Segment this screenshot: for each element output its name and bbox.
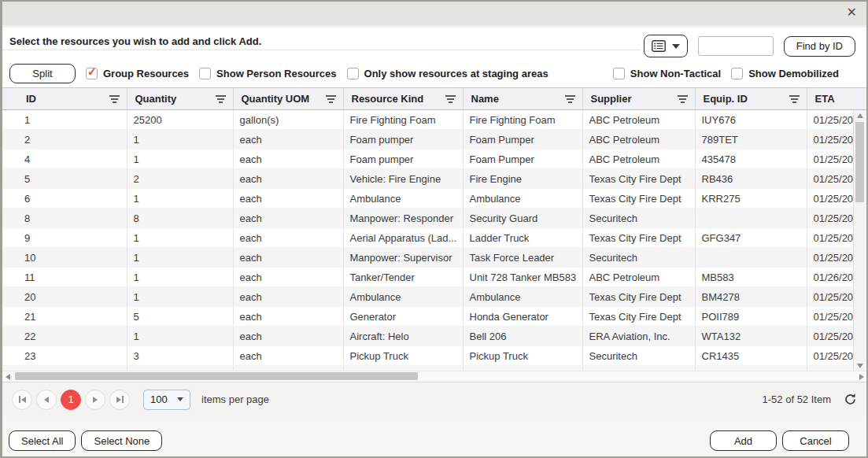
filter-icon[interactable] <box>866 94 867 105</box>
cell: Securitech <box>582 346 695 366</box>
find-by-id-button[interactable]: Find by ID <box>784 36 855 57</box>
checkbox-box[interactable]: ✓ <box>86 68 98 79</box>
cell: each <box>233 169 343 189</box>
cell: 3 <box>127 346 233 366</box>
horizontal-scroll-thumb[interactable] <box>15 372 418 380</box>
table-row[interactable]: 221eachAircraft: HeloBell 206ERA Aviatio… <box>2 327 866 346</box>
cell: 9 <box>2 228 127 248</box>
table-row[interactable]: 233eachPickup TruckPickup TruckSecuritec… <box>2 346 866 366</box>
top-controls: Find by ID <box>644 35 855 57</box>
vertical-scroll-thumb[interactable] <box>855 122 864 202</box>
scroll-left-icon[interactable] <box>6 374 10 380</box>
scroll-up-icon[interactable] <box>857 113 863 118</box>
last-page-button[interactable] <box>109 390 130 410</box>
first-page-button[interactable] <box>12 390 32 410</box>
close-icon[interactable]: ✕ <box>847 5 857 20</box>
column-header-quantity[interactable]: Quantity <box>127 88 233 110</box>
horizontal-scrollbar[interactable] <box>2 371 866 382</box>
checkbox-box[interactable] <box>731 68 743 79</box>
table-row[interactable]: 215eachGeneratorHonda GeneratorTexas Cit… <box>2 307 866 327</box>
cell: Foam Pumper <box>463 130 582 150</box>
filter-icon[interactable] <box>445 94 456 105</box>
cell: 22 <box>2 327 127 346</box>
checkbox-box[interactable] <box>613 68 625 79</box>
filter-icon[interactable] <box>216 94 226 105</box>
cell: Pickup Truck <box>463 346 582 366</box>
select-none-button[interactable]: Select None <box>81 430 162 451</box>
page-size-dropdown[interactable]: 100 <box>143 390 190 410</box>
checkbox-box[interactable] <box>347 68 359 79</box>
column-label: ETA <box>815 93 835 105</box>
cell: each <box>233 130 343 150</box>
check-icon: ✓ <box>87 65 97 78</box>
cell: each <box>233 287 343 307</box>
cell: each <box>233 150 343 169</box>
table-row[interactable]: 125200gallon(s)Fire Fighting FoamFire Fi… <box>2 110 866 130</box>
filter-icon[interactable] <box>789 94 800 105</box>
table-row[interactable]: 41eachFoam pumperFoam PumperABC Petroleu… <box>2 150 866 169</box>
filter-icon[interactable] <box>678 94 688 105</box>
add-button[interactable]: Add <box>710 430 777 451</box>
column-header-resource-kind[interactable]: Resource Kind <box>343 88 463 110</box>
cell: 1 <box>127 327 233 346</box>
checkbox-show-demobilized[interactable]: Show Demobilized <box>731 68 839 79</box>
table-clip: IDQuantityQuantity UOMResource KindNameS… <box>2 88 866 371</box>
cell: Ambulance <box>463 189 582 209</box>
cell: Fire Engine <box>463 169 582 189</box>
select-all-button[interactable]: Select All <box>9 430 76 451</box>
column-header-eta[interactable]: ETA <box>807 88 866 110</box>
items-per-page-label: items per page <box>201 393 269 405</box>
cell: 2 <box>2 130 127 150</box>
vertical-scrollbar[interactable] <box>853 110 866 371</box>
cancel-button[interactable]: Cancel <box>782 430 849 451</box>
refresh-icon[interactable] <box>844 393 857 406</box>
scroll-right-icon[interactable] <box>859 374 864 380</box>
table-row[interactable]: 52eachVehicle: Fire EngineFire EngineTex… <box>2 169 866 189</box>
column-header-supplier[interactable]: Supplier <box>582 88 695 110</box>
view-selector-dropdown[interactable] <box>644 35 688 57</box>
checkbox-only-show-resources-at-staging-areas[interactable]: Only show resources at staging areas <box>347 68 549 79</box>
cell: each <box>233 327 343 346</box>
split-button[interactable]: Split <box>9 64 76 83</box>
column-header-id[interactable]: ID <box>2 88 127 110</box>
filter-icon[interactable] <box>109 94 120 105</box>
table-row[interactable]: 88eachManpower: ResponderSecurity GuardS… <box>2 209 866 228</box>
footer-right-buttons: Add Cancel <box>710 430 849 451</box>
cell: Aircraft: Helo <box>343 327 463 346</box>
checkbox-show-non-tactical[interactable]: Show Non-Tactical <box>613 68 721 79</box>
table-row[interactable]: 111eachTanker/TenderUnit 728 Tanker MB58… <box>2 268 866 287</box>
table-row[interactable]: 61eachAmbulanceAmbulanceTexas City Fire … <box>2 189 866 209</box>
cell: Texas City Fire Dept <box>582 307 695 327</box>
next-page-button[interactable] <box>85 390 105 410</box>
cell: Honda Generator <box>463 307 582 327</box>
previous-page-button[interactable] <box>36 390 57 410</box>
column-header-equip-id[interactable]: Equip. ID <box>695 88 807 110</box>
find-by-id-input[interactable] <box>698 36 774 56</box>
table-row[interactable]: 91eachAerial Apparatus (Lad...Ladder Tru… <box>2 228 866 248</box>
filter-icon[interactable] <box>326 94 336 105</box>
column-header-quantity-uom[interactable]: Quantity UOM <box>233 88 343 110</box>
separator-line <box>2 50 641 50</box>
cell: 25200 <box>127 110 233 130</box>
cell: each <box>233 209 343 228</box>
scroll-down-icon[interactable] <box>857 364 863 368</box>
column-header-name[interactable]: Name <box>463 88 582 110</box>
cell: Task Force Leader <box>463 248 582 268</box>
checkbox-show-person-resources[interactable]: Show Person Resources <box>199 68 336 79</box>
cell: Ambulance <box>343 189 463 209</box>
checkbox-group-resources[interactable]: ✓Group Resources <box>86 68 189 79</box>
current-page-button[interactable]: 1 <box>61 390 81 410</box>
cell: GFG347 <box>695 228 807 248</box>
filter-icon[interactable] <box>565 94 575 105</box>
cell: 4 <box>2 150 127 169</box>
checkbox-box[interactable] <box>199 68 211 79</box>
cell: 1 <box>127 189 233 209</box>
table-row[interactable]: 201eachAmbulanceAmbulanceTexas City Fire… <box>2 287 866 307</box>
cell <box>695 248 807 268</box>
pagination-bar: 1 100 items per page 1-52 of 52 Item <box>2 382 866 416</box>
table-header-row: IDQuantityQuantity UOMResource KindNameS… <box>2 88 866 110</box>
table-row[interactable]: 21eachFoam pumperFoam PumperABC Petroleu… <box>2 130 866 150</box>
table-row[interactable]: 101eachManpower: SupervisorTask Force Le… <box>2 248 866 268</box>
column-label: Resource Kind <box>352 93 424 105</box>
cell: 1 <box>127 150 233 169</box>
